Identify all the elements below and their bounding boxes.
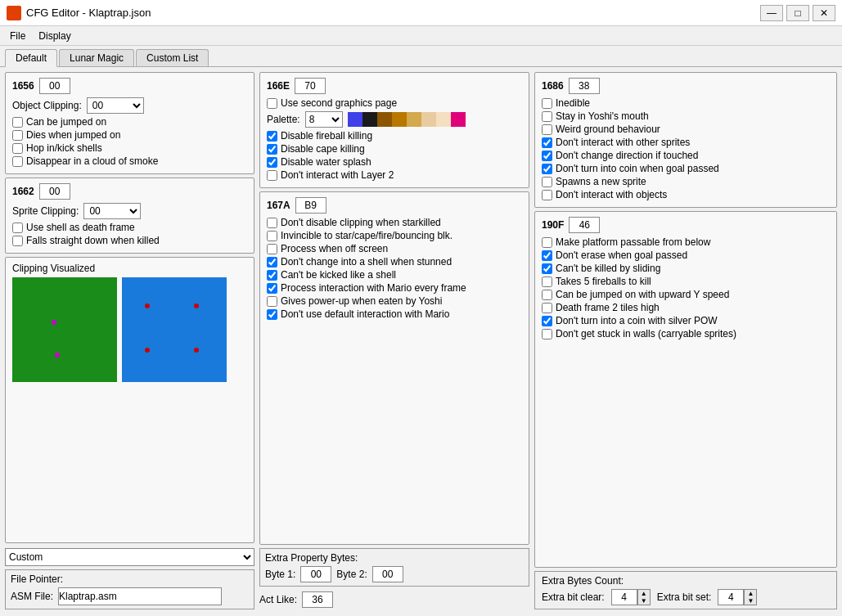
check-no-change-direction-touched[interactable] (542, 151, 552, 161)
palette-colors (348, 112, 466, 127)
check-hop-in-kick-shells[interactable] (12, 143, 23, 154)
check-gives-powerup-yoshi[interactable] (267, 296, 277, 307)
menu-display[interactable]: Display (32, 29, 77, 43)
check-disable-water-splash[interactable] (267, 157, 277, 168)
check-no-interact-other-sprites[interactable] (542, 137, 552, 148)
spinner-down-clear[interactable]: ▼ (638, 597, 650, 605)
spinner-up-set[interactable]: ▲ (745, 590, 756, 597)
check-stay-yoshis-mouth[interactable] (542, 111, 552, 122)
label-no-killed-sliding: Can't be killed by sliding (556, 263, 660, 274)
extra-bit-set-spinner: ▲ ▼ (718, 589, 757, 605)
check-no-layer2[interactable] (267, 170, 277, 181)
section-167a: 167A Don't disable clipping when starkil… (259, 191, 529, 545)
palette-label: Palette: (267, 114, 300, 125)
dot-blue-4 (194, 348, 199, 353)
label-5-fireballs: Takes 5 fireballs to kill (556, 276, 651, 287)
custom-dropdown[interactable]: Custom (5, 548, 254, 566)
check-platform-passable[interactable] (542, 237, 552, 248)
check-no-disable-clipping[interactable] (267, 218, 277, 228)
close-button[interactable]: ✕ (813, 5, 835, 21)
check-dies-when-jumped-on[interactable] (12, 130, 23, 141)
asm-row: ASM File: (11, 587, 249, 605)
extra-bit-set-input[interactable] (718, 589, 744, 605)
act-like-input[interactable] (302, 591, 333, 608)
hex-input-1686[interactable] (569, 78, 600, 94)
byte2-input[interactable] (372, 566, 403, 582)
check-no-default-interaction-mario[interactable] (267, 309, 277, 320)
check-disable-cape[interactable] (267, 144, 277, 155)
check-invincible-star[interactable] (267, 231, 277, 241)
label-no-shell-stunned: Don't change into a shell when stunned (281, 256, 452, 268)
check-death-frame-2-tiles[interactable] (542, 303, 552, 313)
check-spawns-new-sprite[interactable] (542, 177, 552, 187)
extra-property-row: Byte 1: Byte 2: (265, 566, 524, 582)
check-inedible[interactable] (542, 98, 552, 109)
label-process-interaction-mario: Process interaction with Mario every fra… (281, 282, 466, 294)
check-no-interact-objects[interactable] (542, 190, 552, 200)
check-weird-ground-behaviour[interactable] (542, 124, 552, 135)
bottom-dropdown-row: Custom (5, 548, 254, 566)
check-no-shell-stunned[interactable] (267, 257, 277, 268)
check-no-killed-sliding[interactable] (542, 263, 552, 274)
object-clipping-select[interactable]: 00 (87, 97, 144, 114)
check-use-shell-death-frame[interactable] (12, 223, 23, 233)
tab-custom-list[interactable]: Custom List (136, 49, 209, 66)
swatch-6 (421, 112, 436, 127)
palette-select[interactable]: 8 (305, 111, 343, 128)
label-weird-ground-behaviour: Weird ground behaviour (556, 124, 660, 135)
hex-input-1656[interactable] (39, 78, 70, 94)
tab-lunar-magic[interactable]: Lunar Magic (59, 49, 134, 66)
checkbox-use-second-graphics: Use second graphics page (267, 97, 522, 109)
hex-input-1662[interactable] (39, 183, 70, 200)
label-no-change-direction-touched: Don't change direction if touched (556, 150, 698, 161)
hex-input-166e[interactable] (295, 78, 326, 94)
dot-green-1 (52, 320, 56, 325)
check-use-second-graphics[interactable] (267, 98, 277, 109)
title-bar: CFG Editor - Klaptrap.json — □ ✕ (0, 0, 842, 26)
asm-file-input[interactable] (58, 587, 222, 605)
check-disappear-smoke[interactable] (12, 156, 23, 167)
section-1662: 1662 Sprite Clipping: 00 Use shell as de… (5, 178, 254, 254)
label-no-default-interaction-mario: Don't use default interaction with Mario (281, 308, 449, 320)
label-inedible: Inedible (556, 97, 590, 109)
clip-box-green (12, 277, 117, 382)
check-disable-fireball[interactable] (267, 131, 277, 142)
sprite-clipping-select[interactable]: 00 (83, 203, 141, 219)
menu-file[interactable]: File (3, 29, 32, 43)
label-gives-powerup-yoshi: Gives power-up when eaten by Yoshi (281, 295, 442, 307)
minimize-button[interactable]: — (760, 5, 783, 21)
section-166e: 166E Use second graphics page Palette: 8 (259, 72, 529, 188)
check-falls-straight-down[interactable] (12, 236, 23, 246)
tab-default[interactable]: Default (5, 49, 57, 67)
byte1-label: Byte 1: (265, 569, 295, 580)
label-no-kicked-shell: Can't be kicked like a shell (281, 269, 396, 281)
spinner-down-set[interactable]: ▼ (745, 597, 756, 605)
check-process-off-screen[interactable] (267, 244, 277, 254)
label-can-be-jumped-on: Can be jumped on (26, 116, 106, 128)
check-jumped-on-upward-y[interactable] (542, 290, 552, 300)
act-like-row: Act Like: (259, 590, 529, 609)
hex-input-167a[interactable] (295, 197, 326, 214)
asm-file-label: ASM File: (11, 591, 53, 602)
maximize-button[interactable]: □ (786, 5, 809, 21)
file-pointer-section: File Pointer: ASM File: (5, 569, 254, 609)
checkbox-disappear-smoke: Disappear in a cloud of smoke (12, 155, 247, 167)
dot-green-2 (55, 353, 60, 357)
check-can-be-jumped-on[interactable] (12, 117, 23, 128)
label-jumped-on-upward-y: Can be jumped on with upward Y speed (556, 289, 729, 300)
section-166e-label: 166E (267, 80, 290, 92)
check-5-fireballs[interactable] (542, 277, 552, 287)
extra-bit-clear-input[interactable] (611, 589, 637, 605)
spinner-up-clear[interactable]: ▲ (638, 590, 650, 597)
check-no-kicked-shell[interactable] (267, 270, 277, 281)
hex-input-190f[interactable] (569, 217, 600, 233)
check-no-coin-goal[interactable] (542, 164, 552, 174)
label-no-coin-silver-pow: Don't turn into a coin with silver POW (556, 315, 718, 326)
check-no-erase-goal[interactable] (542, 250, 552, 261)
extra-bit-clear-label: Extra bit clear: (542, 591, 605, 603)
check-no-stuck-walls[interactable] (542, 329, 552, 339)
check-no-coin-silver-pow[interactable] (542, 316, 552, 326)
byte1-input[interactable] (300, 566, 331, 582)
window-title: CFG Editor - Klaptrap.json (26, 7, 151, 19)
check-process-interaction-mario[interactable] (267, 283, 277, 294)
